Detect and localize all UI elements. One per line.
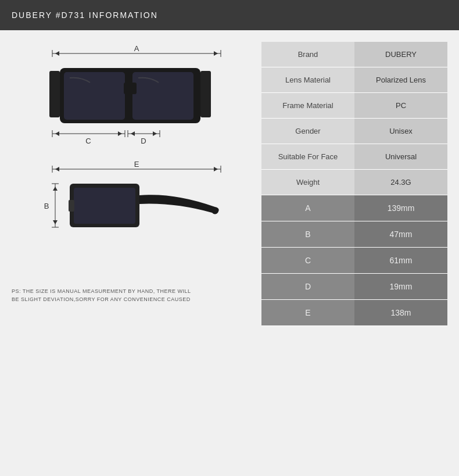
- svg-marker-37: [53, 220, 58, 224]
- svg-marker-22: [153, 131, 157, 136]
- svg-rect-10: [132, 72, 193, 120]
- spec-label: Brand: [261, 42, 354, 67]
- svg-marker-28: [214, 167, 218, 171]
- spec-value: 61mm: [354, 248, 447, 274]
- spec-label: Frame Material: [261, 93, 354, 119]
- spec-label: E: [261, 300, 354, 326]
- table-row: E138m: [261, 300, 447, 326]
- spec-value: 24.3G: [354, 170, 447, 195]
- table-row: D19mm: [261, 274, 447, 300]
- table-row: C61mm: [261, 248, 447, 274]
- spec-label: B: [261, 221, 354, 248]
- spec-label: Suitable For Face: [261, 144, 354, 170]
- svg-marker-4: [214, 51, 218, 56]
- table-row: Suitable For FaceUniversal: [261, 144, 447, 170]
- spec-label: Weight: [261, 170, 354, 195]
- spec-label: D: [261, 274, 354, 300]
- svg-text:A: A: [134, 44, 139, 53]
- svg-text:C: C: [85, 137, 91, 145]
- table-row: Frame MaterialPC: [261, 93, 447, 119]
- svg-rect-6: [49, 71, 60, 117]
- svg-rect-11: [124, 83, 137, 94]
- side-view-diagram: E B: [35, 160, 227, 277]
- svg-rect-31: [74, 188, 135, 224]
- spec-label: Lens Material: [261, 67, 354, 93]
- spec-label: Gender: [261, 119, 354, 144]
- table-row: GenderUnisex: [261, 119, 447, 144]
- svg-marker-15: [55, 131, 59, 136]
- spec-value: 139mm: [354, 195, 447, 221]
- svg-text:E: E: [134, 160, 139, 169]
- table-row: A139mm: [261, 195, 447, 221]
- svg-marker-36: [53, 187, 58, 191]
- page-header: DUBERY #D731 INFORMATION: [0, 0, 459, 30]
- note-text: PS: THE SIZE IS MANUAL MEASUREMENT BY HA…: [12, 288, 198, 303]
- svg-rect-32: [69, 200, 74, 212]
- svg-marker-16: [118, 131, 122, 136]
- table-row: Weight24.3G: [261, 170, 447, 195]
- main-content: A: [0, 30, 459, 338]
- top-view-container: A: [35, 42, 227, 160]
- svg-marker-21: [131, 131, 135, 136]
- header-title: DUBERY #D731 INFORMATION: [12, 10, 158, 20]
- spec-label: A: [261, 195, 354, 221]
- spec-value: 47mm: [354, 221, 447, 248]
- right-panel: BrandDUBERYLens MaterialPolarized LensFr…: [261, 42, 447, 326]
- spec-value: PC: [354, 93, 447, 119]
- spec-value: Polarized Lens: [354, 67, 447, 93]
- table-row: BrandDUBERY: [261, 42, 447, 67]
- svg-rect-7: [200, 71, 211, 117]
- svg-text:B: B: [44, 202, 49, 210]
- left-panel: A: [12, 42, 250, 326]
- table-row: Lens MaterialPolarized Lens: [261, 67, 447, 93]
- svg-marker-27: [55, 167, 59, 171]
- svg-rect-9: [64, 72, 125, 120]
- spec-value: 19mm: [354, 274, 447, 300]
- svg-text:D: D: [141, 137, 146, 145]
- specs-table: BrandDUBERYLens MaterialPolarized LensFr…: [261, 42, 447, 326]
- table-row: B47mm: [261, 221, 447, 248]
- spec-label: C: [261, 248, 354, 274]
- spec-value: 138m: [354, 300, 447, 326]
- top-view-diagram: A: [35, 42, 227, 158]
- side-view-container: E B: [35, 160, 227, 279]
- spec-value: DUBERY: [354, 42, 447, 67]
- spec-value: Universal: [354, 144, 447, 170]
- spec-value: Unisex: [354, 119, 447, 144]
- svg-marker-3: [55, 51, 59, 56]
